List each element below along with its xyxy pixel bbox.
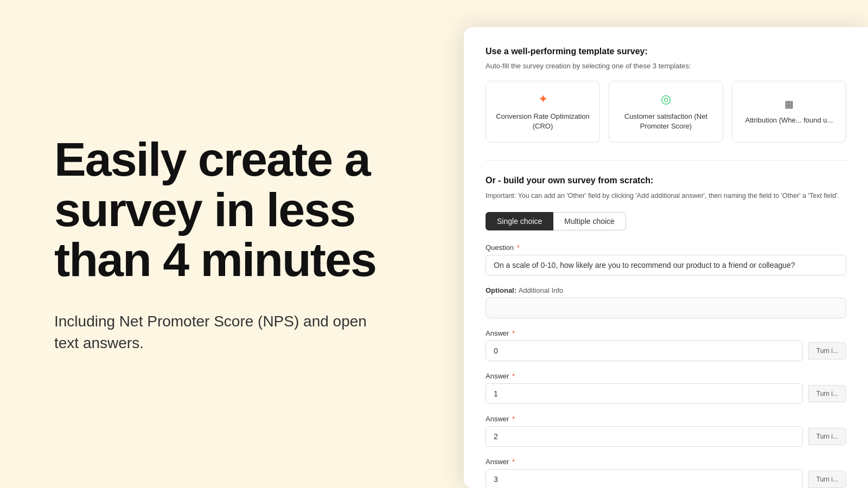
- template-icon-cro: ✦: [538, 92, 548, 106]
- section-divider: [486, 160, 846, 160]
- answer-0-turn-in[interactable]: Turn i...: [808, 342, 846, 359]
- question-label: Question *: [486, 243, 846, 252]
- answer-0-input[interactable]: [486, 341, 803, 361]
- answer-2-group: Answer * Turn i...: [486, 415, 846, 447]
- template-label-cro: Conversion Rate Optimization (CRO): [495, 112, 591, 131]
- answer-1-input[interactable]: [486, 383, 803, 404]
- templates-row: ✦ Conversion Rate Optimization (CRO) ◎ C…: [486, 81, 846, 143]
- answer-2-row: Turn i...: [486, 426, 846, 447]
- optional-input[interactable]: [486, 298, 846, 318]
- answer-0-row: Turn i...: [486, 341, 846, 361]
- question-input[interactable]: [486, 255, 846, 275]
- optional-field-group: Optional: Additional Info: [486, 286, 846, 318]
- template-card-nps[interactable]: ◎ Customer satisfaction (Net Promoter Sc…: [609, 81, 723, 143]
- scratch-title: Or - build your own survey from scratch:: [486, 176, 846, 185]
- template-card-cro[interactable]: ✦ Conversion Rate Optimization (CRO): [486, 81, 600, 143]
- answer-1-group: Answer * Turn i...: [486, 372, 846, 404]
- template-section-title: Use a well-performing template survey:: [486, 47, 846, 56]
- single-choice-button[interactable]: Single choice: [486, 212, 553, 230]
- answer-2-label: Answer *: [486, 415, 846, 423]
- multiple-choice-button[interactable]: Multiple choice: [553, 212, 626, 230]
- answer-3-turn-in[interactable]: Turn i...: [808, 471, 846, 488]
- right-panel: Use a well-performing template survey: A…: [464, 27, 868, 488]
- answer-0-group: Answer * Turn i...: [486, 329, 846, 361]
- answer-2-input[interactable]: [486, 426, 803, 447]
- hero-title: Easily create a survey in less than 4 mi…: [54, 134, 410, 285]
- scratch-note: Important: You can add an 'Other' field …: [486, 191, 846, 201]
- template-label-attribution: Attribution (Whe... found u...: [745, 115, 833, 125]
- answer-3-row: Turn i...: [486, 469, 846, 488]
- template-icon-attribution: ▦: [784, 98, 794, 110]
- answer-1-row: Turn i...: [486, 383, 846, 404]
- hero-subtitle: Including Net Promoter Score (NPS) and o…: [54, 311, 369, 353]
- template-icon-nps: ◎: [661, 92, 671, 106]
- answer-1-turn-in[interactable]: Turn i...: [808, 385, 846, 402]
- template-section: Use a well-performing template survey: A…: [486, 47, 846, 143]
- template-label-nps: Customer satisfaction (Net Promoter Scor…: [618, 112, 714, 131]
- answer-3-input[interactable]: [486, 469, 803, 488]
- template-card-attribution[interactable]: ▦ Attribution (Whe... found u...: [732, 81, 846, 143]
- left-panel: Easily create a survey in less than 4 mi…: [0, 0, 464, 488]
- question-field-group: Question *: [486, 243, 846, 275]
- optional-label: Optional: Additional Info: [486, 286, 846, 294]
- answer-1-label: Answer *: [486, 372, 846, 380]
- scratch-section: Or - build your own survey from scratch:…: [486, 176, 846, 201]
- answer-2-turn-in[interactable]: Turn i...: [808, 428, 846, 445]
- template-section-subtitle: Auto-fill the survey creation by selecti…: [486, 62, 846, 70]
- answer-3-label: Answer *: [486, 458, 846, 466]
- answer-0-label: Answer *: [486, 329, 846, 337]
- answer-3-group: Answer * Turn i...: [486, 458, 846, 488]
- choice-toggle: Single choice Multiple choice: [486, 212, 846, 230]
